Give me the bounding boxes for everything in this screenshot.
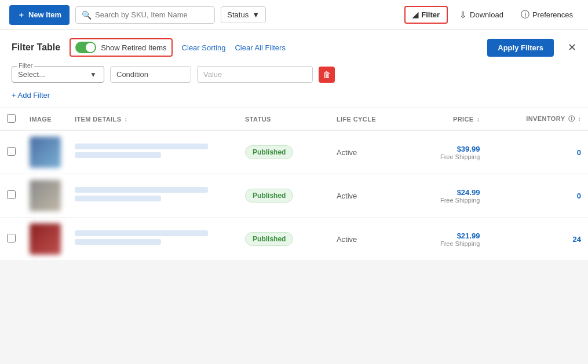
price-value-2: $24.99 — [415, 188, 480, 197]
add-filter-button[interactable]: + Add Filter — [12, 89, 50, 102]
table-container: IMAGE ITEM DETAILS ↕ STATUS LIFE CYCLE P… — [0, 108, 588, 261]
delete-filter-button[interactable]: 🗑 — [319, 67, 335, 83]
row-checkbox-cell-2 — [0, 174, 23, 218]
th-image: IMAGE — [23, 108, 68, 130]
show-retired-toggle[interactable] — [75, 42, 96, 53]
new-item-label: New Item — [28, 10, 61, 19]
items-table: IMAGE ITEM DETAILS ↕ STATUS LIFE CYCLE P… — [0, 108, 588, 261]
row-status-cell-1: Published — [238, 130, 330, 174]
filter-panel-title: Filter Table — [12, 42, 60, 53]
filter-panel: Filter Table Show Retired Items Clear So… — [0, 30, 588, 108]
free-shipping-3: Free Shipping — [415, 240, 480, 247]
row-inventory-cell-1: 0 — [487, 130, 588, 174]
search-box: 🔍 — [75, 6, 215, 24]
price-value-1: $39.99 — [415, 145, 480, 153]
preferences-icon: ⓘ — [521, 9, 529, 20]
detail-bar-short-1 — [75, 152, 161, 158]
row-checkbox-1[interactable] — [7, 147, 16, 156]
search-icon: 🔍 — [82, 10, 92, 20]
th-price[interactable]: PRICE ↕ — [408, 108, 487, 130]
filter-icon: ◢ — [412, 10, 418, 19]
row-status-cell-2: Published — [238, 174, 330, 218]
row-inventory-cell-2: 0 — [487, 174, 588, 218]
toggle-thumb — [86, 43, 95, 52]
status-badge-2: Published — [245, 189, 293, 203]
price-value-3: $21.99 — [415, 231, 480, 240]
table-row: Published Active $39.99 Free Shipping 0 — [0, 130, 588, 174]
inventory-value-2: 0 — [577, 192, 581, 200]
row-lifecycle-cell-3: Active — [330, 218, 408, 261]
row-price-cell-1: $39.99 Free Shipping — [408, 130, 487, 174]
status-badge-3: Published — [245, 232, 293, 246]
row-image-cell-1 — [23, 130, 68, 174]
inventory-sort-icon: ↕ — [578, 116, 581, 122]
row-price-cell-3: $21.99 Free Shipping — [408, 218, 487, 261]
table-row: Published Active $24.99 Free Shipping 0 — [0, 174, 588, 218]
th-life-cycle: LIFE CYCLE — [330, 108, 408, 130]
row-details-cell-3 — [68, 218, 238, 261]
status-badge-1: Published — [245, 145, 293, 159]
select-all-checkbox[interactable] — [7, 114, 16, 123]
inventory-info-icon[interactable]: ⓘ — [568, 115, 575, 122]
row-details-cell-1 — [68, 130, 238, 174]
apply-filters-button[interactable]: Apply Filters — [487, 39, 554, 57]
row-checkbox-cell-1 — [0, 130, 23, 174]
show-retired-label: Show Retired Items — [101, 43, 166, 52]
detail-bar-long-1 — [75, 144, 208, 149]
toolbar: ＋ New Item 🔍 Status ▼ ◢ Filter ⇩ Downloa… — [0, 0, 588, 30]
preferences-label: Preferences — [532, 10, 573, 19]
item-details-sort-icon: ↕ — [125, 116, 127, 123]
detail-bar-long-2 — [75, 187, 208, 193]
free-shipping-1: Free Shipping — [415, 153, 480, 160]
row-status-cell-3: Published — [238, 218, 330, 261]
status-dropdown-arrow: ▼ — [252, 10, 260, 19]
row-checkbox-3[interactable] — [7, 234, 16, 242]
status-dropdown[interactable]: Status ▼ — [221, 6, 266, 23]
clear-all-filters-button[interactable]: Clear All Filters — [235, 43, 285, 52]
download-label: Download — [470, 10, 503, 19]
filter-select-group: Filter Select... ▼ — [12, 66, 104, 83]
th-inventory[interactable]: INVENTORY ⓘ ↕ — [487, 108, 588, 130]
price-sort-icon: ↕ — [477, 116, 480, 123]
row-price-cell-2: $24.99 Free Shipping — [408, 174, 487, 218]
detail-bar-short-2 — [75, 196, 161, 201]
row-lifecycle-cell-2: Active — [330, 174, 408, 218]
inventory-value-1: 0 — [577, 148, 581, 157]
select-arrow-icon: ▼ — [90, 71, 97, 79]
show-retired-toggle-container: Show Retired Items — [70, 38, 172, 57]
preferences-button[interactable]: ⓘ Preferences — [515, 6, 579, 24]
row-lifecycle-cell-1: Active — [330, 130, 408, 174]
th-item-details[interactable]: ITEM DETAILS ↕ — [68, 108, 238, 130]
download-button[interactable]: ⇩ Download — [454, 6, 509, 24]
filter-button[interactable]: ◢ Filter — [404, 6, 448, 24]
filter-legend: Filter — [17, 62, 34, 69]
row-image-cell-3 — [23, 218, 68, 261]
row-checkbox-cell-3 — [0, 218, 23, 261]
row-image-cell-2 — [23, 174, 68, 218]
table-row: Published Active $21.99 Free Shipping 24 — [0, 218, 588, 261]
clear-sorting-button[interactable]: Clear Sorting — [182, 43, 226, 52]
filter-select[interactable]: Select... — [18, 70, 87, 79]
inventory-value-3: 24 — [573, 235, 581, 244]
select-all-header — [0, 108, 23, 130]
table-header-row: IMAGE ITEM DETAILS ↕ STATUS LIFE CYCLE P… — [0, 108, 588, 130]
search-input[interactable] — [95, 10, 209, 19]
filter-panel-close-button[interactable]: ✕ — [568, 41, 576, 54]
row-inventory-cell-3: 24 — [487, 218, 588, 261]
plus-icon: ＋ — [17, 10, 25, 20]
new-item-button[interactable]: ＋ New Item — [9, 5, 70, 25]
filter-row: Filter Select... ▼ Condition Value 🗑 — [12, 66, 576, 83]
row-details-cell-2 — [68, 174, 238, 218]
row-checkbox-2[interactable] — [7, 190, 16, 199]
filter-header: Filter Table Show Retired Items Clear So… — [12, 38, 576, 57]
trash-icon: 🗑 — [323, 70, 331, 79]
free-shipping-2: Free Shipping — [415, 197, 480, 204]
detail-bar-long-3 — [75, 230, 208, 236]
detail-bar-short-3 — [75, 239, 161, 245]
th-status: STATUS — [238, 108, 330, 130]
status-label: Status — [227, 10, 249, 19]
filter-condition-input: Condition — [110, 66, 191, 83]
filter-label: Filter — [421, 10, 440, 19]
download-icon: ⇩ — [459, 10, 467, 20]
filter-value-input[interactable]: Value — [197, 66, 313, 83]
